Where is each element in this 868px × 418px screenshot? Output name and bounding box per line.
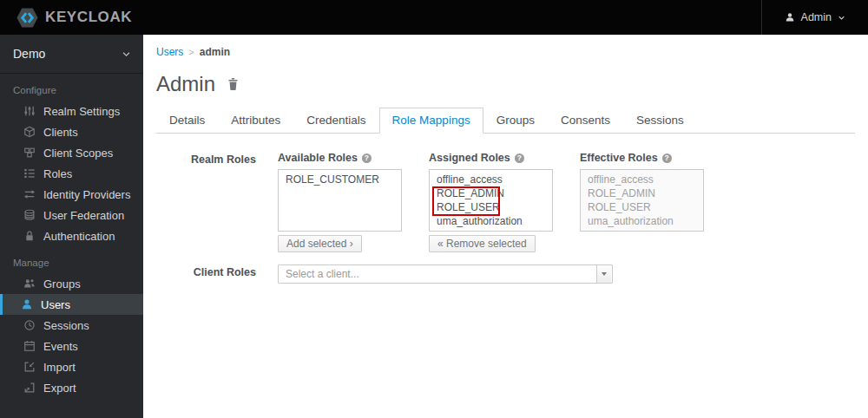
available-roles-column: Available Roles ? ROLE_CUSTOMER Add sele… [278,152,402,252]
sidebar-item-groups[interactable]: Groups [0,273,143,294]
role-option: ROLE_ADMIN [581,186,703,200]
sidebar-item-sessions[interactable]: Sessions [0,315,143,336]
sidebar-item-export[interactable]: Export [0,377,143,398]
sidebar-item-label: Clients [43,126,78,139]
nav-section-configure: Configure [0,74,143,101]
caret-down-icon[interactable] [596,265,611,283]
effective-roles-heading: Effective Roles [580,152,658,164]
sidebar-item-label: Users [41,298,70,311]
cube-icon [23,126,36,138]
realm-selector-label: Demo [13,47,45,61]
breadcrumb-link-users[interactable]: Users [156,46,183,58]
assigned-roles-column: Assigned Roles ? offline_access ROLE_ADM… [429,152,553,252]
available-roles-listbox[interactable]: ROLE_CUSTOMER [278,169,402,232]
sidebar-item-users[interactable]: Users [0,294,143,315]
sidebar: Demo Configure Realm Settings Clients [0,35,143,418]
sidebar-item-roles[interactable]: Roles [0,163,143,184]
page-title: Admin [156,72,215,96]
users-icon [23,278,36,290]
role-option[interactable]: ROLE_ADMIN [430,186,552,200]
tab-role-mappings[interactable]: Role Mappings [379,108,483,134]
sidebar-item-label: Roles [43,167,72,180]
client-roles-label: Client Roles [156,265,256,278]
sidebar-item-events[interactable]: Events [0,336,143,356]
user-menu[interactable]: Admin [761,0,868,35]
sidebar-item-label: Client Scopes [43,147,113,160]
tab-groups[interactable]: Groups [483,108,548,134]
import-icon [23,361,36,373]
top-header: KEYCLOAK Admin [0,0,868,35]
tab-sessions[interactable]: Sessions [623,108,697,134]
user-icon [785,12,795,23]
sidebar-item-authentication[interactable]: Authentication [0,225,143,246]
tab-details[interactable]: Details [156,108,218,134]
sidebar-item-label: Identity Providers [43,188,130,201]
user-menu-label: Admin [801,11,832,23]
effective-roles-column: Effective Roles ? offline_access ROLE_AD… [580,152,704,252]
role-option[interactable]: ROLE_USER [430,200,552,214]
question-circle-icon[interactable]: ? [515,153,524,163]
sidebar-item-label: Groups [43,278,81,291]
role-option[interactable]: ROLE_CUSTOMER [279,173,401,186]
effective-roles-listbox: offline_access ROLE_ADMIN ROLE_USER uma_… [580,169,704,232]
clock-icon [23,319,36,331]
sidebar-item-label: Events [43,340,78,353]
sidebar-item-label: Sessions [43,319,89,332]
chevron-down-icon [838,14,845,22]
sidebar-item-label: Import [43,361,76,374]
sidebar-item-client-scopes[interactable]: Client Scopes [0,142,143,163]
tab-consents[interactable]: Consents [548,108,623,134]
sidebar-item-import[interactable]: Import [0,356,143,377]
assigned-roles-heading: Assigned Roles [429,152,510,164]
brand-title: KEYCLOAK [45,9,132,26]
role-option[interactable]: offline_access [430,173,552,186]
role-option[interactable]: uma_authorization [430,214,552,228]
trash-icon[interactable] [227,77,240,91]
role-option: offline_access [581,173,703,186]
sidebar-item-user-federation[interactable]: User Federation [0,205,143,225]
sidebar-item-identity-providers[interactable]: Identity Providers [0,184,143,205]
breadcrumb: Users > admin [156,46,855,58]
breadcrumb-current: admin [200,46,230,58]
breadcrumb-separator: > [188,47,194,57]
sidebar-item-realm-settings[interactable]: Realm Settings [0,101,143,121]
chevron-down-icon [122,49,131,59]
sliders-icon [23,105,36,117]
nav-section-manage: Manage [0,246,143,273]
cubes-icon [23,147,36,159]
calendar-icon [23,340,36,352]
sidebar-item-clients[interactable]: Clients [0,121,143,142]
list-icon [23,167,36,180]
remove-selected-button[interactable]: « Remove selected [429,235,536,252]
tab-credentials[interactable]: Credentials [293,108,378,134]
export-icon [23,382,36,394]
tab-bar: Details Attributes Credentials Role Mapp… [156,108,855,134]
sidebar-item-label: Export [43,382,76,395]
realm-roles-label: Realm Roles [156,152,256,166]
tab-attributes[interactable]: Attributes [218,108,293,134]
assigned-roles-listbox[interactable]: offline_access ROLE_ADMIN ROLE_USER uma_… [429,169,553,232]
realm-selector[interactable]: Demo [0,35,143,74]
main-content: Users > admin Admin Details Attributes C… [143,35,868,418]
client-select[interactable]: Select a client... [278,265,613,284]
sidebar-item-label: User Federation [43,209,124,222]
question-circle-icon[interactable]: ? [362,153,372,163]
sidebar-item-label: Realm Settings [43,105,120,118]
client-select-placeholder: Select a client... [279,268,596,280]
role-option: uma_authorization [581,214,703,228]
role-option: ROLE_USER [581,200,703,214]
database-icon [23,209,36,221]
sidebar-item-label: Authentication [43,230,115,243]
exchange-icon [23,188,36,200]
keycloak-logo[interactable]: KEYCLOAK [16,7,132,29]
lock-icon [23,230,36,242]
user-icon [21,298,33,310]
available-roles-heading: Available Roles [278,152,358,164]
keycloak-mark-icon [16,7,39,29]
question-circle-icon[interactable]: ? [662,153,672,163]
add-selected-button[interactable]: Add selected › [278,235,362,252]
